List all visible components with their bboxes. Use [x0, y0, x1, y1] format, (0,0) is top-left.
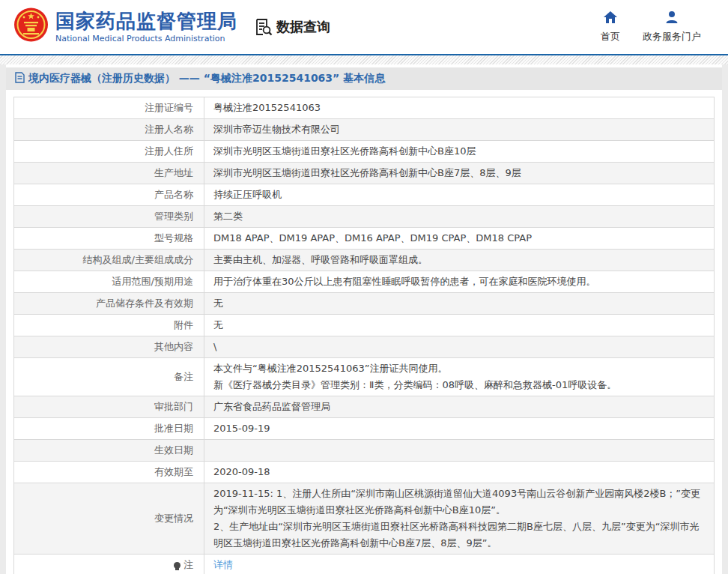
row-label: 注 — [14, 555, 204, 574]
home-icon — [603, 10, 618, 27]
document-search-icon — [254, 17, 273, 37]
page-title-bar: 境内医疗器械（注册历史数据） —— “粤械注准20152541063” 基本信息 — [6, 67, 722, 90]
table-row: 适用范围/预期用途用于治疗体重在30公斤以上患有阻塞性睡眠呼吸暂停的患者，可在家… — [14, 271, 715, 293]
table-row: 型号规格DM18 APAP、DM19 APAP、DM16 APAP、DM19 C… — [14, 228, 715, 250]
table-row: 结构及组成/主要组成成分主要由主机、加湿器、呼吸管路和呼吸面罩组成。 — [14, 250, 715, 271]
row-label: 生效日期 — [14, 440, 204, 462]
row-label: 注册证编号 — [14, 97, 204, 119]
table-row: 有效期至2020-09-18 — [14, 462, 715, 483]
row-label: 型号规格 — [14, 228, 204, 250]
row-value: 主要由主机、加湿器、呼吸管路和呼吸面罩组成。 — [204, 250, 715, 271]
site-brand: 国家药品监督管理局 National Medical Products Admi… — [13, 7, 237, 47]
nav-item-home[interactable]: 首页 — [601, 10, 620, 43]
page-title: 境内医疗器械（注册历史数据） —— “粤械注准20152541063” 基本信息 — [28, 72, 385, 85]
row-label: 产品储存条件及有效期 — [14, 293, 204, 315]
table-row: 注册人名称深圳市帝迈生物技术有限公司 — [14, 119, 715, 141]
row-value: DM18 APAP、DM19 APAP、DM16 APAP、DM19 CPAP、… — [204, 228, 715, 250]
table-row: 审批部门广东省食品药品监督管理局 — [14, 396, 715, 418]
hatch-strip — [0, 55, 728, 64]
row-label: 适用范围/预期用途 — [14, 271, 204, 293]
document-icon — [15, 72, 25, 86]
row-label: 生产地址 — [14, 163, 204, 184]
data-query-tab[interactable]: 数据查询 — [254, 17, 330, 37]
detail-link[interactable]: 详情 — [213, 559, 233, 570]
row-value: 粤械注准20152541063 — [204, 97, 715, 119]
nav-label-home: 首页 — [601, 30, 620, 43]
row-label: 有效期至 — [14, 462, 204, 483]
table-row: 其他内容\ — [14, 336, 715, 358]
info-table-body: 注册证编号粤械注准20152541063注册人名称深圳市帝迈生物技术有限公司注册… — [14, 97, 715, 574]
top-nav: 首页 政务服务门户 — [601, 10, 701, 43]
row-label: 变更情况 — [14, 483, 204, 555]
nav-item-portal[interactable]: 政务服务门户 — [643, 10, 701, 43]
row-label: 注册人名称 — [14, 119, 204, 141]
row-label: 注册人住所 — [14, 141, 204, 163]
table-row: 变更情况2019-11-15: 1、注册人住所由“深圳市南山区桃源街道留仙大道4… — [14, 483, 715, 555]
row-label: 附件 — [14, 315, 204, 336]
site-header: 国家药品监督管理局 National Medical Products Admi… — [0, 0, 728, 54]
org-name-en: National Medical Products Administration — [55, 34, 237, 43]
row-label: 其他内容 — [14, 336, 204, 358]
row-value: 详情 — [204, 555, 715, 574]
row-value: 广东省食品药品监督管理局 — [204, 396, 715, 418]
table-row: 备注本文件与“粤械注准20152541063”注册证共同使用。 新《医疗器械分类… — [14, 358, 715, 396]
row-value: 用于治疗体重在30公斤以上患有阻塞性睡眠呼吸暂停的患者，可在家庭和医院环境使用。 — [204, 271, 715, 293]
org-name-cn: 国家药品监督管理局 — [55, 10, 237, 32]
table-row: 管理类别第二类 — [14, 206, 715, 228]
bulb-icon — [174, 562, 181, 569]
table-row: 产品储存条件及有效期无 — [14, 293, 715, 315]
data-query-label: 数据查询 — [276, 18, 330, 36]
row-value: 持续正压呼吸机 — [204, 184, 715, 206]
nav-label-portal: 政务服务门户 — [643, 30, 701, 43]
row-value: 本文件与“粤械注准20152541063”注册证共同使用。 新《医疗器械分类目录… — [204, 358, 715, 396]
row-value: 深圳市光明区玉塘街道田寮社区光侨路高科创新中心B座7层、8层、9层 — [204, 163, 715, 184]
row-label: 产品名称 — [14, 184, 204, 206]
table-row: 附件无 — [14, 315, 715, 336]
row-value: 无 — [204, 315, 715, 336]
registration-info-table: 注册证编号粤械注准20152541063注册人名称深圳市帝迈生物技术有限公司注册… — [13, 97, 715, 574]
table-row: 注详情 — [14, 555, 715, 574]
row-value: 深圳市光明区玉塘街道田寮社区光侨路高科创新中心B座10层 — [204, 141, 715, 163]
table-row: 产品名称持续正压呼吸机 — [14, 184, 715, 206]
table-row: 批准日期2015-09-19 — [14, 418, 715, 440]
row-value: 无 — [204, 293, 715, 315]
row-value — [204, 440, 715, 462]
table-row: 生效日期 — [14, 440, 715, 462]
brand-text: 国家药品监督管理局 National Medical Products Admi… — [55, 10, 237, 44]
row-label: 管理类别 — [14, 206, 204, 228]
row-label: 批准日期 — [14, 418, 204, 440]
row-value: \ — [204, 336, 715, 358]
table-row: 注册证编号粤械注准20152541063 — [14, 97, 715, 119]
row-value: 2019-11-15: 1、注册人住所由“深圳市南山区桃源街道留仙大道4093号… — [204, 483, 715, 555]
user-icon — [665, 10, 679, 27]
row-label: 审批部门 — [14, 396, 204, 418]
content-panel: 境内医疗器械（注册历史数据） —— “粤械注准20152541063” 基本信息… — [6, 64, 722, 574]
row-value: 第二类 — [204, 206, 715, 228]
row-label: 结构及组成/主要组成成分 — [14, 250, 204, 271]
table-row: 生产地址深圳市光明区玉塘街道田寮社区光侨路高科创新中心B座7层、8层、9层 — [14, 163, 715, 184]
row-label: 备注 — [14, 358, 204, 396]
row-value: 2015-09-19 — [204, 418, 715, 440]
national-emblem-logo — [13, 7, 49, 47]
row-value: 2020-09-18 — [204, 462, 715, 483]
row-value: 深圳市帝迈生物技术有限公司 — [204, 119, 715, 141]
table-row: 注册人住所深圳市光明区玉塘街道田寮社区光侨路高科创新中心B座10层 — [14, 141, 715, 163]
